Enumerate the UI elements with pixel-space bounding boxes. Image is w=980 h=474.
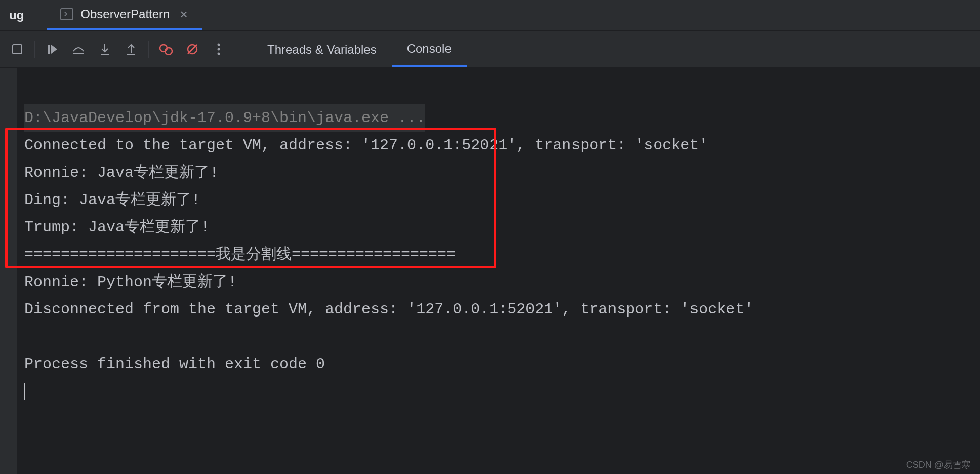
terminal-icon [60,8,73,20]
text-caret [24,383,25,400]
svg-point-14 [218,53,220,55]
toolbar-separator [34,41,35,58]
svg-point-13 [218,48,220,51]
stop-button[interactable] [5,37,29,61]
svg-rect-0 [13,45,22,54]
watermark: CSDN @易雪寒 [906,459,971,471]
debug-label: ug [9,8,24,22]
step-out-button[interactable] [119,37,143,61]
debug-tool-window-tab[interactable]: ug [0,0,33,30]
svg-rect-1 [48,45,50,54]
run-config-label: ObserverPattern [80,7,170,21]
tab-console[interactable]: Console [392,31,467,67]
console-line: Process finished with exit code 0 [24,356,325,373]
resume-button[interactable] [40,37,64,61]
debug-view-tabs: Threads & Variables Console [252,31,467,67]
tab-label: Threads & Variables [267,43,377,57]
console-line: Ding: Java专栏更新了! [24,191,200,209]
console-gutter [0,68,17,474]
console-line: =====================我是分割线==============… [24,246,456,263]
console-command-line: D:\JavaDevelop\jdk-17.0.9+8\bin\java.exe… [24,104,425,132]
step-into-button[interactable] [93,37,117,61]
console-line: Disconnected from the target VM, address… [24,301,753,318]
more-actions-button[interactable] [207,37,231,61]
close-icon[interactable]: × [177,5,190,24]
run-config-tab[interactable]: ObserverPattern × [47,0,201,30]
toolbar-separator [148,41,149,58]
tab-threads-variables[interactable]: Threads & Variables [252,31,392,67]
console-line: Ronnie: Python专栏更新了! [24,273,237,291]
tab-label: Console [407,42,452,56]
step-over-button[interactable] [66,37,91,61]
view-breakpoints-button[interactable] [154,37,178,61]
console-panel: D:\JavaDevelop\jdk-17.0.9+8\bin\java.exe… [0,68,980,474]
console-line: Trump: Java专栏更新了! [24,219,210,236]
tab-strip: ug ObserverPattern × [0,0,980,30]
svg-marker-2 [51,45,57,54]
mute-breakpoints-button[interactable] [180,37,205,61]
console-line: Connected to the target VM, address: '12… [24,137,708,154]
console-output[interactable]: D:\JavaDevelop\jdk-17.0.9+8\bin\java.exe… [17,68,980,474]
svg-point-12 [218,44,220,46]
console-line: Ronnie: Java专栏更新了! [24,164,219,181]
debug-toolbar: Threads & Variables Console [0,31,980,68]
